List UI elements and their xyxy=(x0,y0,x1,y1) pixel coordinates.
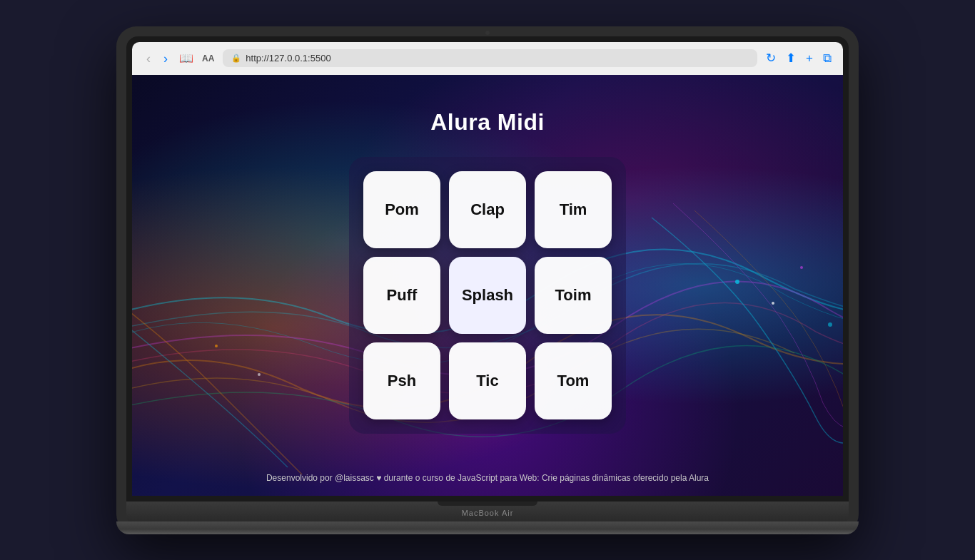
bookmarks-icon: 📖 xyxy=(179,51,193,65)
svg-point-3 xyxy=(828,322,832,327)
pad-button-tim[interactable]: Tim xyxy=(535,171,612,248)
browser-nav-buttons: ‹ › xyxy=(143,51,171,66)
address-bar[interactable]: 🔒 http://127.0.0.1:5500 xyxy=(223,49,757,67)
laptop-brand-label: MacBook Air xyxy=(462,509,514,517)
footer-content: Desenvolvido por @laissasc ♥ durante o c… xyxy=(266,473,709,483)
pad-button-puff[interactable]: Puff xyxy=(363,257,440,334)
reload-button[interactable]: ↻ xyxy=(766,51,776,66)
app-title: Alura Midi xyxy=(430,109,545,136)
tabs-button[interactable]: ⧉ xyxy=(823,51,832,66)
browser-chrome: ‹ › 📖 AA 🔒 http://127.0.0.1:5500 ↻ ⬆ + ⧉ xyxy=(132,42,843,75)
svg-point-1 xyxy=(772,302,774,305)
new-tab-button[interactable]: + xyxy=(806,51,813,66)
pad-button-pom[interactable]: Pom xyxy=(363,171,440,248)
laptop-base: MacBook Air xyxy=(126,502,849,521)
browser-content: Alura Midi Pom Clap Tim Puff Splash Toim… xyxy=(132,75,843,496)
pad-grid: Pom Clap Tim Puff Splash Toim Psh Tic To… xyxy=(349,157,626,434)
pad-button-toim[interactable]: Toim xyxy=(535,257,612,334)
pad-button-clap[interactable]: Clap xyxy=(449,171,526,248)
svg-point-0 xyxy=(735,280,739,284)
footer-text: Desenvolvido por @laissasc ♥ durante o c… xyxy=(252,460,723,496)
back-button[interactable]: ‹ xyxy=(143,51,153,66)
laptop-hinge-notch xyxy=(438,502,537,506)
pad-button-tom[interactable]: Tom xyxy=(535,342,612,419)
browser-actions: ↻ ⬆ + ⧉ xyxy=(766,51,832,66)
svg-point-5 xyxy=(258,373,261,376)
forward-button[interactable]: › xyxy=(161,51,171,66)
url-text: http://127.0.0.1:5500 xyxy=(246,53,330,63)
laptop-bottom-bar xyxy=(116,521,859,534)
svg-point-2 xyxy=(800,266,803,269)
laptop-frame: ‹ › 📖 AA 🔒 http://127.0.0.1:5500 ↻ ⬆ + ⧉ xyxy=(116,26,859,534)
lock-icon: 🔒 xyxy=(231,54,241,63)
reader-mode-label[interactable]: AA xyxy=(202,54,214,63)
pad-button-splash[interactable]: Splash xyxy=(449,257,526,334)
share-button[interactable]: ⬆ xyxy=(786,51,796,66)
svg-point-4 xyxy=(215,345,218,347)
pad-button-tic[interactable]: Tic xyxy=(449,342,526,419)
pad-button-psh[interactable]: Psh xyxy=(363,342,440,419)
